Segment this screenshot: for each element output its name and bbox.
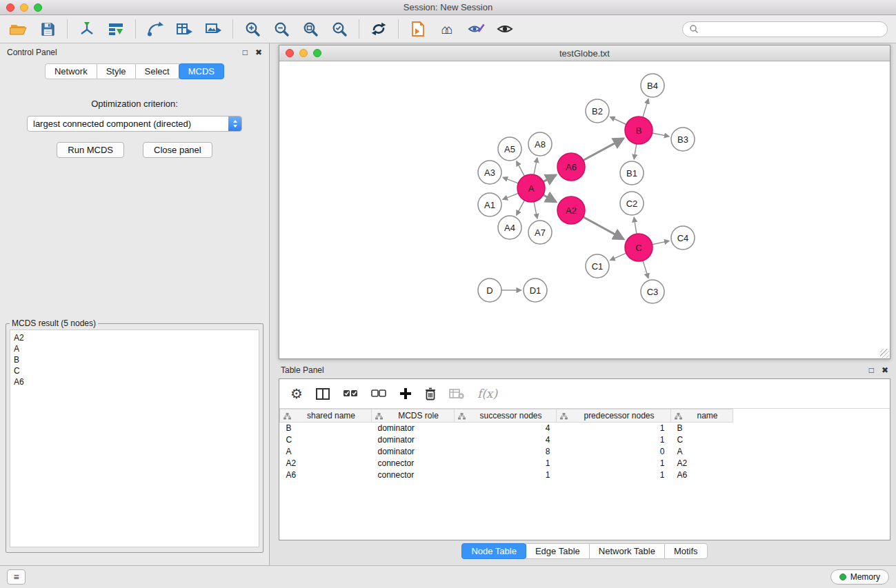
import-network-url-button[interactable] xyxy=(145,18,166,40)
float-table-panel-icon[interactable]: □ xyxy=(869,366,874,374)
table-cell[interactable]: 1 xyxy=(557,423,671,435)
graph-edge-A-A4[interactable] xyxy=(517,201,525,216)
table-row[interactable]: Adominator80A xyxy=(280,446,733,458)
function-builder-button[interactable]: f(x) xyxy=(477,387,497,401)
graph-edge-C-C2[interactable] xyxy=(634,217,637,234)
apply-layout-button[interactable] xyxy=(368,18,389,40)
close-window-button[interactable] xyxy=(6,3,14,12)
graph-edge-A2-C[interactable] xyxy=(584,217,624,239)
column-header-name[interactable]: name xyxy=(671,409,733,423)
column-header-successor-nodes[interactable]: successor nodes xyxy=(455,409,557,423)
zoom-selected-button[interactable] xyxy=(329,18,350,40)
mcds-result-item[interactable]: B xyxy=(14,354,255,365)
float-panel-icon[interactable]: □ xyxy=(243,48,248,57)
graph-edge-A-A6[interactable] xyxy=(544,175,556,182)
column-header-shared-name[interactable]: shared name xyxy=(280,409,372,423)
criterion-dropdown[interactable]: largest connected component (directed) xyxy=(27,116,242,132)
table-cell[interactable]: C xyxy=(280,434,372,446)
search-input[interactable] xyxy=(702,23,881,35)
graph-edge-A6-B[interactable] xyxy=(584,139,624,161)
table-cell[interactable]: A xyxy=(280,446,372,458)
memory-button[interactable]: Memory xyxy=(830,569,889,585)
delete-column-button[interactable] xyxy=(425,387,436,401)
table-cell[interactable]: dominator xyxy=(372,423,455,435)
graph-edge-B-B2[interactable] xyxy=(610,117,626,125)
table-cell[interactable]: 4 xyxy=(455,434,557,446)
zoom-fit-button[interactable] xyxy=(300,18,321,40)
table-cell[interactable]: 1 xyxy=(557,469,671,481)
import-network-file-button[interactable] xyxy=(77,18,97,40)
graph-edge-C-C3[interactable] xyxy=(643,261,648,278)
deselect-all-button[interactable] xyxy=(371,389,386,398)
network-canvas[interactable]: B4B2BB3A8A5A6A3B1AC2A1A2A4A7C4CC1DD1C3 xyxy=(279,61,889,358)
minimize-window-button[interactable] xyxy=(20,3,28,12)
tab-node-table[interactable]: Node Table xyxy=(461,543,526,559)
table-cell[interactable]: dominator xyxy=(372,446,455,458)
graph-edge-A-A5[interactable] xyxy=(517,161,525,176)
open-session-file-button[interactable] xyxy=(408,18,428,40)
fullscreen-window-button[interactable] xyxy=(34,3,42,12)
table-row[interactable]: Cdominator41C xyxy=(280,434,733,446)
tab-mcds[interactable]: MCDS xyxy=(179,63,224,79)
run-mcds-button[interactable]: Run MCDS xyxy=(57,142,124,158)
table-row[interactable]: Bdominator41B xyxy=(280,423,733,435)
graph-edge-A-A3[interactable] xyxy=(503,177,518,183)
mcds-result-list[interactable]: A2ABCA6 xyxy=(10,330,259,547)
tab-network[interactable]: Network xyxy=(45,63,97,79)
resize-grip[interactable] xyxy=(880,349,889,358)
table-cell[interactable]: A6 xyxy=(671,469,733,481)
save-session-button[interactable] xyxy=(37,18,58,40)
import-table-file-button[interactable] xyxy=(106,18,126,40)
search-box[interactable] xyxy=(682,21,888,37)
table-cell[interactable]: 1 xyxy=(455,458,557,469)
table-row[interactable]: A6connector11A6 xyxy=(280,469,733,481)
zoom-in-button[interactable] xyxy=(242,18,263,40)
zoom-network-window-button[interactable] xyxy=(313,49,321,57)
graph-edge-B-B3[interactable] xyxy=(653,133,669,136)
graph-edge-A-A2[interactable] xyxy=(544,195,557,202)
column-visibility-button[interactable] xyxy=(316,388,330,400)
graph-edge-C-C4[interactable] xyxy=(653,241,670,244)
table-cell[interactable]: dominator xyxy=(372,434,455,446)
zoom-out-button[interactable] xyxy=(271,18,292,40)
table-settings-button[interactable]: ⚙ xyxy=(290,387,303,401)
table-cell[interactable]: connector xyxy=(372,469,455,481)
graph-edge-A-A7[interactable] xyxy=(534,202,537,219)
column-header-predecessor-nodes[interactable]: predecessor nodes xyxy=(557,409,671,423)
table-row[interactable]: A2connector11A2 xyxy=(280,458,733,469)
first-neighbors-button[interactable]: ⌂⌂ xyxy=(437,18,457,40)
show-style-button[interactable] xyxy=(466,18,486,40)
table-cell[interactable]: A2 xyxy=(280,458,372,469)
graph-edge-A-A1[interactable] xyxy=(503,193,519,199)
column-header-mcds-role[interactable]: MCDS role xyxy=(372,409,455,423)
close-panel-button[interactable]: Close panel xyxy=(143,142,212,158)
table-cell[interactable]: 4 xyxy=(455,423,557,435)
close-network-window-button[interactable] xyxy=(286,49,294,57)
table-cell[interactable]: 8 xyxy=(455,446,557,458)
table-cell[interactable]: A xyxy=(671,446,733,458)
tab-select[interactable]: Select xyxy=(135,63,179,79)
mcds-result-item[interactable]: A2 xyxy=(14,332,255,343)
export-image-button[interactable] xyxy=(203,18,223,40)
select-all-button[interactable] xyxy=(343,389,358,398)
tab-style[interactable]: Style xyxy=(97,63,136,79)
table-cell[interactable]: B xyxy=(280,423,372,435)
mcds-result-item[interactable]: A6 xyxy=(14,376,255,387)
app-titlebar[interactable]: Session: New Session xyxy=(0,0,896,15)
table-cell[interactable]: 1 xyxy=(557,434,671,446)
table-cell[interactable]: C xyxy=(671,434,733,446)
table-cell[interactable]: A2 xyxy=(671,458,733,469)
graph-edge-B-B1[interactable] xyxy=(634,144,637,159)
table-cell[interactable]: 1 xyxy=(557,458,671,469)
graph-edge-A-A8[interactable] xyxy=(534,158,537,174)
mcds-result-item[interactable]: A xyxy=(14,343,255,354)
table-cell[interactable]: A6 xyxy=(280,469,372,481)
add-column-button[interactable] xyxy=(399,387,412,400)
table-cell[interactable]: connector xyxy=(372,458,455,469)
panel-menu-button[interactable]: ≡ xyxy=(7,569,26,585)
tab-motifs[interactable]: Motifs xyxy=(664,543,708,559)
table-cell[interactable]: 0 xyxy=(557,446,671,458)
table-cell[interactable]: B xyxy=(671,423,733,435)
mcds-result-item[interactable]: C xyxy=(14,365,255,376)
close-table-panel-icon[interactable]: ✖ xyxy=(882,366,888,374)
